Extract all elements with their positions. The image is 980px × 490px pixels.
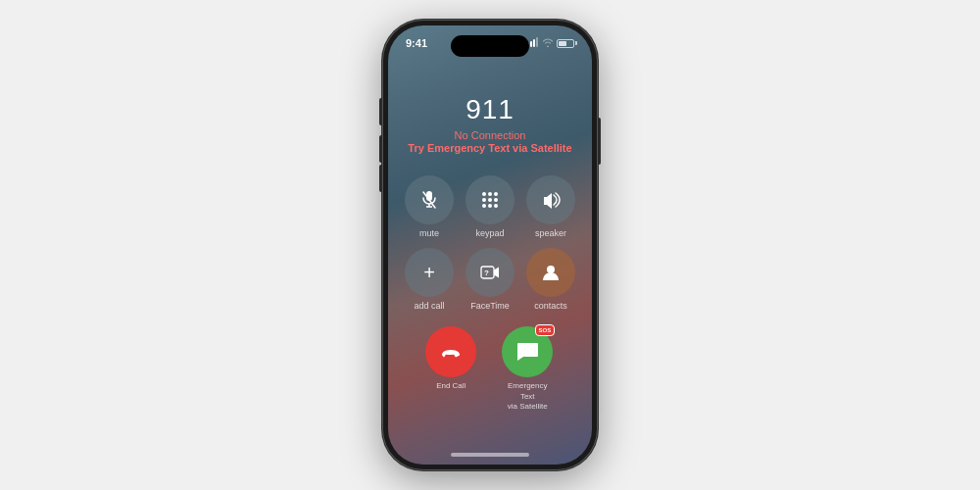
keypad-label: keypad: [475, 228, 504, 238]
speaker-button[interactable]: [526, 175, 575, 224]
message-icon: [515, 341, 539, 363]
svg-rect-2: [533, 39, 535, 47]
keypad-button[interactable]: [466, 175, 514, 224]
mute-button-item: mute: [404, 175, 455, 238]
end-call-label: End Call: [436, 381, 466, 391]
facetime-button[interactable]: ?: [466, 248, 514, 297]
status-time: 9:41: [406, 37, 427, 49]
mute-icon: [421, 190, 437, 210]
emergency-satellite-item: SOS Emergency Text via Satellite: [501, 326, 555, 412]
keypad-button-item: keypad: [465, 175, 515, 238]
keypad-icon: [482, 192, 498, 208]
end-call-item: End Call: [425, 326, 476, 412]
phone-frame: 9:41 SOS: [382, 20, 598, 470]
bottom-actions: End Call SOS Emergency Text via Satellit…: [404, 326, 576, 412]
no-connection-text: No Connection: [455, 129, 526, 141]
add-call-button-item: add call: [404, 248, 455, 311]
speaker-icon: [541, 191, 561, 209]
call-content: 911 No Connection Try Emergency Text via…: [388, 86, 592, 453]
add-call-icon: [423, 262, 435, 284]
svg-point-10: [547, 266, 555, 273]
facetime-button-item: ? FaceTime: [465, 248, 515, 311]
speaker-button-item: speaker: [525, 175, 576, 238]
dynamic-island: [451, 35, 529, 57]
mute-button[interactable]: [405, 175, 454, 224]
battery-icon: [557, 39, 574, 48]
sos-badge-emergency: SOS: [535, 324, 556, 336]
contacts-button-item: contacts: [525, 248, 576, 311]
add-call-button[interactable]: [405, 248, 454, 297]
emergency-satellite-label: Emergency Text via Satellite: [501, 381, 555, 412]
contacts-icon: [541, 263, 561, 282]
wifi-icon: [542, 38, 554, 49]
contacts-label: contacts: [534, 301, 567, 311]
facetime-label: FaceTime: [470, 301, 510, 311]
contacts-button[interactable]: [526, 248, 575, 297]
add-call-label: add call: [414, 301, 444, 311]
speaker-label: speaker: [535, 228, 566, 238]
phone-screen: 9:41 SOS: [388, 25, 592, 465]
svg-rect-3: [536, 37, 538, 47]
svg-rect-1: [530, 41, 532, 47]
mute-label: mute: [419, 228, 439, 238]
end-call-button[interactable]: [425, 326, 476, 377]
caller-number: 911: [466, 94, 514, 125]
emergency-satellite-button[interactable]: SOS: [502, 326, 553, 377]
end-call-icon: [440, 341, 462, 363]
svg-text:?: ?: [484, 269, 489, 277]
emergency-text-link[interactable]: Try Emergency Text via Satellite: [408, 141, 571, 156]
home-indicator: [451, 453, 529, 457]
call-buttons-grid: mute: [404, 175, 576, 311]
facetime-icon: ?: [480, 266, 500, 279]
